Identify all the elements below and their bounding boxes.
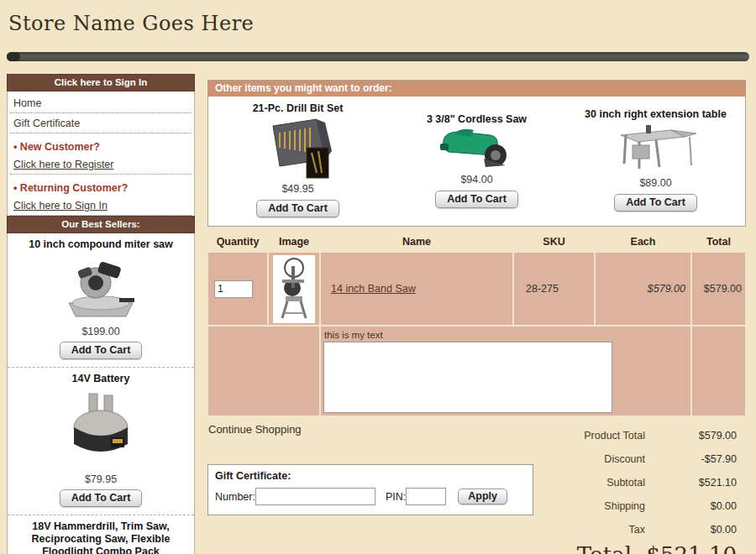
gift-pin-label: PIN: xyxy=(386,491,406,503)
column-header-name: Name xyxy=(321,235,512,251)
best-seller-item: 10 inch compound miter saw $199.00 Add T… xyxy=(8,233,194,368)
add-to-cart-button[interactable]: Add To Cart xyxy=(60,489,143,507)
note-cell: this is my text xyxy=(321,327,690,416)
image-cell xyxy=(269,253,319,325)
add-to-cart-button[interactable]: Add To Cart xyxy=(614,194,697,212)
product-title: 18V Hammerdrill, Trim Saw, Reciprocating… xyxy=(11,519,191,554)
header-divider-bar xyxy=(7,52,749,61)
cross-sell-item: 30 inch right extension table $89.00 Add… xyxy=(566,97,745,226)
band-saw-image xyxy=(274,256,314,320)
sidebar-item-home[interactable]: Home xyxy=(10,93,192,113)
order-totals: Product Total $579.00 Discount -$57.90 S… xyxy=(459,424,737,554)
column-header-image: Image xyxy=(269,235,319,251)
cart-table: Quantity Image Name SKU Each Total xyxy=(207,233,747,417)
product-price: $199.00 xyxy=(11,326,191,337)
product-price: $79.95 xyxy=(11,473,191,485)
totals-label: Product Total xyxy=(584,430,645,442)
column-header-sku: SKU xyxy=(514,235,594,251)
add-to-cart-button[interactable]: Add To Cart xyxy=(60,342,143,359)
best-seller-item: 14V Battery $79.95 Add To Cart xyxy=(8,368,194,515)
continue-shopping-link[interactable]: Continue Shopping xyxy=(208,423,302,436)
cross-sell-item: 21-Pc. Drill Bit Set $49.95 xyxy=(208,97,387,226)
register-link[interactable]: Click here to Register xyxy=(10,154,192,175)
shopping-cart-page: Store Name Goes Here Click here to Sign … xyxy=(0,0,756,554)
quantity-cell xyxy=(208,253,267,325)
totals-row: Tax $0.00 xyxy=(459,518,737,541)
cart-item-row: 14 inch Band Saw 28-275 $579.00 $579.00 xyxy=(208,253,745,325)
totals-value: $521.10 xyxy=(645,477,737,489)
extension-table-image[interactable] xyxy=(612,120,700,174)
totals-label: Shipping xyxy=(604,500,645,512)
product-price: $94.00 xyxy=(387,174,566,186)
best-seller-item: 18V Hammerdrill, Trim Saw, Reciprocating… xyxy=(8,515,194,554)
totals-label: Tax xyxy=(629,524,645,536)
product-title: 3 3/8" Cordless Saw xyxy=(387,113,566,125)
grand-total-label: Total xyxy=(577,543,632,554)
battery-image[interactable] xyxy=(59,389,143,469)
column-header-quantity: Quantity xyxy=(208,235,267,251)
sku-cell: 28-275 xyxy=(514,253,594,325)
totals-label: Discount xyxy=(604,453,645,465)
miter-saw-image[interactable] xyxy=(52,254,150,321)
drill-bit-set-image[interactable] xyxy=(255,114,342,180)
product-thumbnail[interactable] xyxy=(273,255,315,323)
totals-value: $579.00 xyxy=(645,430,737,442)
gift-number-input[interactable] xyxy=(255,488,375,505)
page-title: Store Name Goes Here xyxy=(8,12,254,35)
product-title: 21-Pc. Drill Bit Set xyxy=(208,102,387,114)
signin-box-header[interactable]: Click here to Sign In xyxy=(7,74,195,91)
product-price: $89.00 xyxy=(566,177,745,189)
cross-sell-header: Other items you might want to order: xyxy=(208,81,745,97)
each-cell: $579.00 xyxy=(596,253,690,325)
signin-link[interactable]: Click here to Sign In xyxy=(10,196,192,216)
cart-header-row: Quantity Image Name SKU Each Total xyxy=(208,235,745,251)
totals-row: Shipping $0.00 xyxy=(459,494,737,518)
totals-value: -$57.90 xyxy=(645,453,737,465)
column-header-each: Each xyxy=(596,235,690,251)
name-cell: 14 inch Band Saw xyxy=(321,253,512,325)
product-title: 10 inch compound miter saw xyxy=(11,237,191,254)
new-customer-label: • New Customer? xyxy=(10,133,192,154)
returning-customer-label: • Returning Customer? xyxy=(10,175,192,196)
totals-value: $0.00 xyxy=(645,524,737,536)
signin-box: Click here to Sign In Home Gift Certific… xyxy=(7,74,195,218)
totals-row: Subtotal $521.10 xyxy=(459,471,737,494)
cross-sell-item: 3 3/8" Cordless Saw $94.00 Add To Cart xyxy=(387,97,566,226)
gift-number-label: Number: xyxy=(215,491,255,503)
totals-value: $0.00 xyxy=(645,500,737,512)
gift-pin-input[interactable] xyxy=(406,488,446,505)
totals-row: Discount -$57.90 xyxy=(459,447,737,471)
totals-row: Product Total $579.00 xyxy=(459,424,737,447)
best-sellers-header: Our Best Sellers: xyxy=(7,216,195,233)
sidebar-item-gift-certificate[interactable]: Gift Certificate xyxy=(10,113,192,133)
cart-note-row: this is my text xyxy=(208,327,745,416)
column-header-total: Total xyxy=(692,235,745,251)
total-cell: $579.00 xyxy=(692,253,745,325)
product-title: 14V Battery xyxy=(11,371,191,389)
totals-label: Subtotal xyxy=(606,477,645,489)
cart-item-link[interactable]: 14 inch Band Saw xyxy=(331,283,416,295)
best-sellers-box: Our Best Sellers: 10 inch compound miter… xyxy=(7,216,195,554)
cordless-saw-image[interactable] xyxy=(437,125,517,170)
note-label: this is my text xyxy=(323,329,690,342)
quantity-input[interactable] xyxy=(214,280,253,298)
add-to-cart-button[interactable]: Add To Cart xyxy=(435,191,518,208)
note-spacer-cell xyxy=(208,327,319,416)
add-to-cart-button[interactable]: Add To Cart xyxy=(256,200,339,217)
product-price: $49.95 xyxy=(208,183,387,195)
note-textarea[interactable] xyxy=(323,342,612,413)
note-spacer-cell xyxy=(692,327,745,416)
cross-sell-box: Other items you might want to order: 21-… xyxy=(207,80,746,227)
grand-total-value: $521.10 xyxy=(632,543,737,554)
product-title: 30 inch right extension table xyxy=(566,108,745,120)
grand-total-row: Total $521.10 xyxy=(459,543,737,554)
